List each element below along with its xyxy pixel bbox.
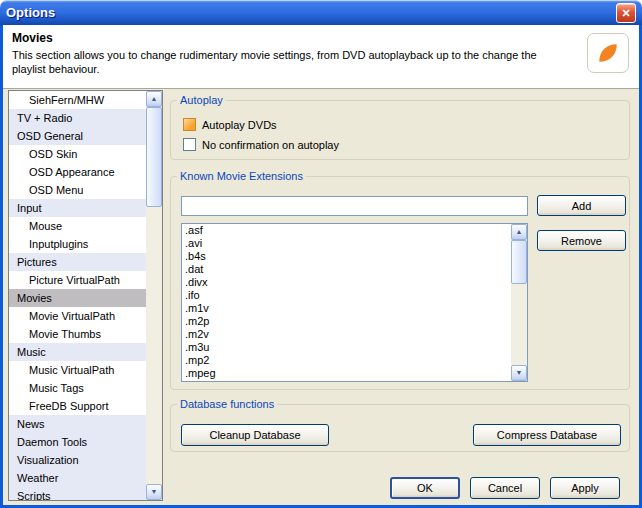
window-title: Options [6, 5, 55, 20]
sidebar-item-picture-virtualpath[interactable]: Picture VirtualPath [9, 271, 146, 289]
logo-icon [593, 39, 623, 67]
autoplay-dvds-row[interactable]: Autoplay DVDs [183, 118, 277, 131]
sidebar-item-siehfern-mhw[interactable]: SiehFern/MHW [9, 91, 146, 109]
sidebar-item-music[interactable]: Music [9, 343, 146, 361]
autoplay-dvds-checkbox[interactable] [183, 118, 196, 131]
autoplay-group-title: Autoplay [177, 94, 226, 106]
sidebar-item-input[interactable]: Input [9, 199, 146, 217]
sidebar-item-music-tags[interactable]: Music Tags [9, 379, 146, 397]
extension-list-item[interactable]: .avi [182, 237, 511, 250]
cleanup-database-button[interactable]: Cleanup Database [181, 424, 329, 446]
sidebar-scroll-down-icon[interactable]: ▼ [146, 484, 162, 500]
section-description: This section allows you to change rudime… [12, 48, 560, 76]
add-button[interactable]: Add [537, 195, 626, 216]
sidebar-item-tv-radio[interactable]: TV + Radio [9, 109, 146, 127]
sidebar-item-mouse[interactable]: Mouse [9, 217, 146, 235]
extensions-scroll-thumb[interactable] [511, 240, 527, 284]
titlebar: Options ✕ [0, 0, 642, 25]
sidebar-item-movies[interactable]: Movies [9, 289, 146, 307]
sidebar-item-movie-virtualpath[interactable]: Movie VirtualPath [9, 307, 146, 325]
extension-list-item[interactable]: .asf [182, 224, 511, 237]
options-dialog: Options ✕ Movies This section allows you… [0, 0, 642, 508]
extension-list-item[interactable]: .m2p [182, 315, 511, 328]
extension-list-item[interactable]: .m3u [182, 341, 511, 354]
sidebar-item-visualization[interactable]: Visualization [9, 451, 146, 469]
ok-button[interactable]: OK [390, 477, 460, 499]
extensions-scroll-up-icon[interactable]: ▲ [511, 224, 527, 240]
extension-list-item[interactable]: .divx [182, 276, 511, 289]
sidebar-item-scripts[interactable]: Scripts [9, 487, 146, 500]
sidebar-scroll-track[interactable] [146, 107, 162, 484]
no-confirmation-label[interactable]: No confirmation on autoplay [202, 139, 339, 151]
sidebar-item-movie-thumbs[interactable]: Movie Thumbs [9, 325, 146, 343]
settings-sidebar: SiehFern/MHWTV + RadioOSD GeneralOSD Ski… [8, 90, 163, 501]
extension-list-item[interactable]: .b4s [182, 250, 511, 263]
autoplay-dvds-label[interactable]: Autoplay DVDs [202, 119, 277, 131]
extensions-list: .asf.avi.b4s.dat.divx.ifo.m1v.m2p.m2v.m3… [182, 224, 511, 381]
extension-list-item[interactable]: .m1v [182, 302, 511, 315]
autoplay-group: Autoplay Autoplay DVDs No confirmation o… [170, 94, 630, 160]
extension-list-item[interactable]: .m2v [182, 328, 511, 341]
extension-list-item[interactable]: .dat [182, 263, 511, 276]
extensions-scrollbar[interactable]: ▲ ▼ [511, 224, 527, 381]
sidebar-item-freedb-support[interactable]: FreeDB Support [9, 397, 146, 415]
sidebar-item-inputplugins[interactable]: Inputplugins [9, 235, 146, 253]
remove-button[interactable]: Remove [537, 230, 626, 251]
sidebar-item-osd-menu[interactable]: OSD Menu [9, 181, 146, 199]
no-confirmation-checkbox[interactable] [183, 138, 196, 151]
section-title: Movies [12, 31, 53, 45]
sidebar-item-daemon-tools[interactable]: Daemon Tools [9, 433, 146, 451]
extensions-scroll-track[interactable] [511, 240, 527, 365]
sidebar-scrollbar[interactable]: ▲ ▼ [146, 91, 162, 500]
settings-tree: SiehFern/MHWTV + RadioOSD GeneralOSD Ski… [9, 91, 146, 500]
sidebar-scroll-thumb[interactable] [146, 107, 162, 207]
no-confirmation-row[interactable]: No confirmation on autoplay [183, 138, 339, 151]
sidebar-item-weather[interactable]: Weather [9, 469, 146, 487]
sidebar-item-osd-appearance[interactable]: OSD Appearance [9, 163, 146, 181]
app-logo [587, 33, 629, 73]
close-button[interactable]: ✕ [616, 3, 636, 23]
sidebar-item-pictures[interactable]: Pictures [9, 253, 146, 271]
extension-input[interactable] [181, 196, 528, 216]
extensions-group-title: Known Movie Extensions [177, 170, 306, 182]
sidebar-scroll-up-icon[interactable]: ▲ [146, 91, 162, 107]
extension-list-item[interactable]: .ifo [182, 289, 511, 302]
database-group-title: Database functions [177, 398, 277, 410]
extensions-scroll-down-icon[interactable]: ▼ [511, 365, 527, 381]
sidebar-item-osd-skin[interactable]: OSD Skin [9, 145, 146, 163]
compress-database-button[interactable]: Compress Database [473, 424, 621, 446]
sidebar-item-osd-general[interactable]: OSD General [9, 127, 146, 145]
sidebar-item-news[interactable]: News [9, 415, 146, 433]
cancel-button[interactable]: Cancel [470, 477, 540, 499]
extensions-group: Known Movie Extensions Add .asf.avi.b4s.… [170, 170, 630, 390]
close-icon: ✕ [621, 7, 630, 19]
database-group: Database functions Cleanup Database Comp… [170, 398, 630, 452]
sidebar-item-music-virtualpath[interactable]: Music VirtualPath [9, 361, 146, 379]
apply-button[interactable]: Apply [550, 477, 620, 499]
section-header: Movies This section allows you to change… [3, 25, 639, 89]
extension-list-item[interactable]: .mpeg [182, 367, 511, 380]
extension-list-item[interactable]: .mp2 [182, 354, 511, 367]
extensions-listbox: .asf.avi.b4s.dat.divx.ifo.m1v.m2p.m2v.m3… [181, 223, 528, 382]
